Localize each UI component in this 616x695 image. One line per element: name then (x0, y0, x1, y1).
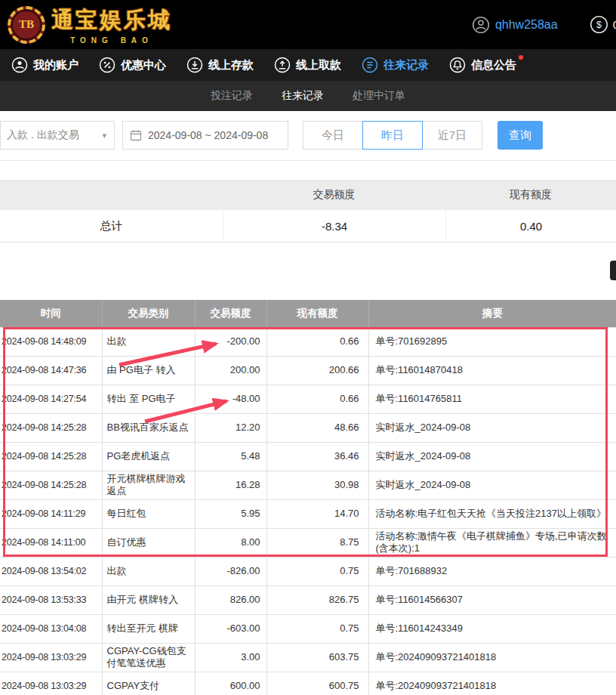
cell-balance: 0.66 (266, 327, 368, 356)
transactions-body: 2024-09-08 14:48:09出款-200.000.66单号:70169… (0, 327, 616, 695)
notification-dot (519, 55, 523, 60)
cell-amount: 5.48 (195, 442, 266, 471)
col-header-note: 摘要 (368, 300, 616, 327)
cell-balance: 603.75 (266, 643, 368, 672)
cell-amount: 12.20 (195, 413, 266, 442)
cell-type: BB视讯百家乐返点 (102, 413, 195, 442)
user-area: qhhw258aa $ 0 (472, 15, 616, 34)
logo-chip-icon: TB (8, 6, 45, 44)
cell-time: 2024-09-08 14:11:29 (0, 499, 102, 528)
cell-time: 2024-09-08 14:11:00 (0, 528, 102, 557)
summary-total-label: 总计 (0, 210, 223, 242)
cell-note: 单号:116014870418 (368, 356, 616, 385)
main-nav: 我的账户 优惠中心 线上存款 (0, 49, 616, 81)
summary-header-row: 交易额度 现有额度 (0, 180, 616, 210)
nav-label: 优惠中心 (121, 58, 166, 73)
col-header-balance: 现有额度 (266, 300, 368, 327)
summary-table: 交易额度 现有额度 总计 -8.34 0.40 (0, 180, 616, 242)
cell-note: 单号:116014765811 (368, 385, 616, 413)
deposit-icon (186, 57, 203, 73)
nav-item-my-account[interactable]: 我的账户 (11, 57, 79, 73)
cell-time: 2024-09-08 13:03:29 (0, 643, 102, 672)
yesterday-button[interactable]: 昨日 (362, 121, 423, 150)
side-widget[interactable] (610, 261, 616, 280)
nav-item-deposit[interactable]: 线上存款 (186, 57, 254, 73)
cell-type: 开元棋牌棋牌游戏返点 (102, 471, 195, 499)
tab-bet-records[interactable]: 投注记录 (211, 89, 253, 103)
cell-balance: 0.75 (266, 614, 368, 643)
cell-amount: -826.00 (195, 557, 266, 585)
top-header: TB 通宝娱乐城 TONG BAO qhhw258aa $ 0 (0, 0, 616, 49)
cell-note: 单号:202409093721401818 (368, 643, 616, 672)
brand-name-cn: 通宝娱乐城 (51, 5, 172, 36)
calendar-icon (130, 129, 142, 141)
cell-amount: 5.95 (195, 499, 266, 528)
search-button[interactable]: 查询 (497, 121, 543, 150)
nav-item-withdraw[interactable]: 线上取款 (274, 57, 341, 73)
select-value: 入款 . 出款交易 (7, 128, 79, 142)
tab-pending-orders[interactable]: 处理中订单 (353, 89, 405, 103)
summary-header-balance: 现有额度 (445, 180, 616, 210)
nav-item-announcements[interactable]: 信息公告 (449, 57, 516, 73)
table-row: 2024-09-08 13:04:08转出至开元 棋牌-603.000.75单号… (0, 614, 616, 643)
cell-time: 2024-09-08 14:27:54 (0, 385, 102, 413)
cell-time: 2024-09-08 14:48:09 (0, 327, 102, 356)
cell-type: CGPAY-CG钱包支付笔笔送优惠 (102, 643, 195, 672)
brand-text: 通宝娱乐城 TONG BAO (51, 5, 172, 45)
summary-total-balance: 0.40 (445, 210, 616, 242)
table-header-row: 时间 交易类别 交易额度 现有额度 摘要 (0, 300, 616, 327)
table-row: 2024-09-08 13:03:29CGPAY-CG钱包支付笔笔送优惠3.00… (0, 643, 616, 672)
cell-type: 由开元 棋牌转入 (102, 585, 195, 614)
last-7-days-button[interactable]: 近7日 (422, 121, 482, 150)
cell-time: 2024-09-08 13:04:08 (0, 614, 102, 643)
sub-nav: 投注记录 往来记录 处理中订单 (0, 81, 616, 111)
summary-header-amount: 交易额度 (223, 180, 445, 210)
nav-label: 线上存款 (208, 58, 254, 73)
cell-type: 每日红包 (102, 499, 195, 528)
cell-amount: 600.00 (195, 672, 266, 695)
cell-balance: 200.66 (266, 356, 368, 385)
cell-note: 活动名称:激情午夜《电子棋牌捕鱼》专场,已申请次数(含本次):1 (368, 528, 616, 557)
cell-type: PG老虎机返点 (102, 442, 195, 471)
cell-balance: 30.98 (266, 471, 368, 499)
cell-amount: 200.00 (195, 356, 266, 385)
summary-header-empty (0, 180, 223, 210)
nav-item-transaction-records[interactable]: 往来记录 (362, 57, 429, 73)
records-icon (362, 57, 378, 73)
cell-time: 2024-09-08 14:25:28 (0, 442, 102, 471)
svg-text:$: $ (596, 20, 602, 30)
cell-note: 活动名称:电子红包天天抢《当天投注2137以上领取》 (368, 499, 616, 528)
summary-total-amount: -8.34 (223, 210, 445, 242)
table-row: 2024-09-08 14:11:00自订优惠8.008.75活动名称:激情午夜… (0, 528, 616, 557)
nav-label: 往来记录 (383, 58, 429, 73)
cell-amount: 3.00 (195, 643, 266, 672)
col-header-time: 时间 (0, 300, 102, 327)
transactions-table: 时间 交易类别 交易额度 现有额度 摘要 2024-09-08 14:48:09… (0, 300, 616, 695)
cell-note: 实时返水_2024-09-08 (368, 442, 616, 471)
cell-balance: 14.70 (266, 499, 368, 528)
username[interactable]: qhhw258aa (495, 18, 558, 32)
account-icon (11, 57, 28, 73)
date-range-picker[interactable]: 2024-09-08 ~ 2024-09-08 (122, 121, 288, 150)
nav-label: 信息公告 (471, 58, 516, 73)
logo-chip-text: TB (19, 18, 34, 31)
cell-time: 2024-09-08 13:53:33 (0, 585, 102, 614)
cell-balance: 0.75 (266, 557, 368, 585)
table-row: 2024-09-08 13:53:33由开元 棋牌转入826.00826.75单… (0, 585, 616, 614)
brand-logo[interactable]: TB 通宝娱乐城 TONG BAO (8, 5, 172, 45)
bell-icon (449, 57, 466, 73)
col-header-type: 交易类别 (102, 300, 195, 327)
tab-transaction-records[interactable]: 往来记录 (282, 89, 324, 103)
cell-type: 自订优惠 (102, 528, 195, 557)
transaction-type-select[interactable]: 入款 . 出款交易 ▾ (0, 121, 115, 150)
nav-item-promotions[interactable]: 优惠中心 (99, 57, 166, 73)
cell-note: 实时返水_2024-09-08 (368, 471, 616, 499)
table-row: 2024-09-08 14:48:09出款-200.000.66单号:70169… (0, 327, 616, 356)
today-button[interactable]: 今日 (303, 121, 363, 150)
cell-balance: 36.46 (266, 442, 368, 471)
chevron-down-icon: ▾ (102, 131, 106, 141)
cell-balance: 826.75 (266, 585, 368, 614)
wallet-icon[interactable]: $ (590, 15, 608, 34)
cell-amount: -200.00 (195, 327, 266, 356)
cell-time: 2024-09-08 14:25:28 (0, 413, 102, 442)
